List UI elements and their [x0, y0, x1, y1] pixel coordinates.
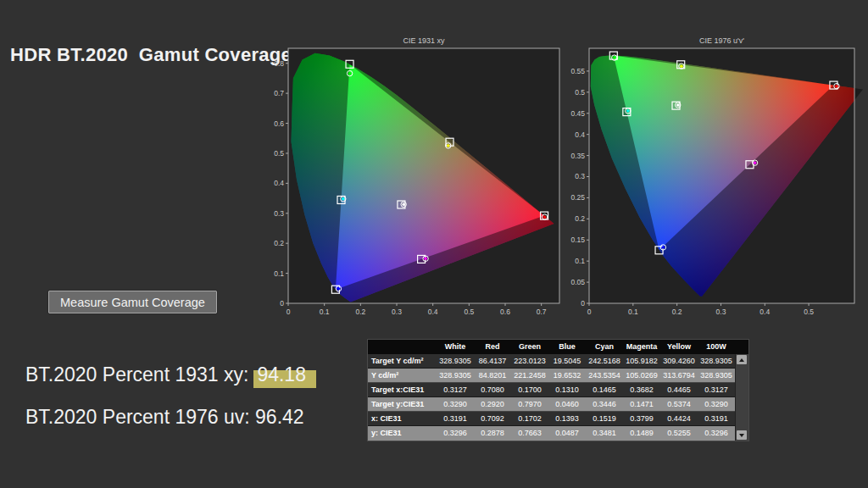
row-label: Target x:CIE31 [368, 383, 437, 397]
table-cell: 0.4465 [660, 383, 698, 397]
table-cell: 328.9305 [437, 354, 474, 369]
svg-text:0.15: 0.15 [570, 236, 585, 244]
table-cell: 0.7092 [474, 412, 511, 426]
column-header-blue: Blue [548, 340, 586, 354]
table-cell: 0.3446 [586, 397, 623, 412]
table-cell: 0.1519 [586, 412, 623, 426]
table-cell: 0.3290 [698, 397, 735, 412]
table-cell: 221.2458 [511, 369, 548, 383]
table-cell: 0.1393 [548, 412, 586, 426]
percent-1976-label: BT.2020 Percent 1976 uv: [25, 406, 250, 428]
table-row: Target y:CIE310.32900.29200.79700.04600.… [368, 397, 735, 412]
table-row: x: CIE310.31910.70920.17020.13930.15190.… [368, 412, 735, 426]
svg-text:0.3: 0.3 [575, 172, 585, 180]
table-cell: 0.5374 [660, 397, 698, 412]
table-cell: 84.8201 [474, 369, 511, 383]
table-row: Target x:CIE310.31270.70800.17000.13100.… [368, 383, 735, 397]
svg-text:0.1: 0.1 [274, 269, 284, 278]
svg-text:0.1: 0.1 [320, 308, 330, 316]
table-cell: 0.3191 [698, 412, 735, 426]
bt2020-percent-1931-line: BT.2020 Percent 1931 xy:94.18 [25, 363, 316, 386]
arrow-down-icon [739, 434, 744, 437]
page-title: HDR BT.2020 Gamut Coverage [10, 44, 292, 66]
svg-text:0: 0 [587, 308, 592, 316]
svg-text:0: 0 [581, 299, 585, 308]
svg-text:0.5: 0.5 [274, 149, 284, 158]
table-cell: 328.9305 [437, 369, 474, 383]
bt2020-percent-1976-line: BT.2020 Percent 1976 uv: 96.42 [25, 406, 304, 429]
table-cell: 313.6794 [660, 369, 698, 383]
table-cell: 19.6532 [548, 369, 586, 383]
table-cell: 0.3296 [698, 426, 735, 441]
column-header-green: Green [511, 340, 548, 354]
svg-text:0.3: 0.3 [716, 308, 726, 316]
percent-1931-value: 94.18 [253, 363, 316, 388]
table-cell: 0.2878 [474, 426, 511, 441]
svg-text:0.5: 0.5 [804, 308, 814, 316]
svg-text:0: 0 [280, 299, 284, 308]
svg-text:0.6: 0.6 [500, 308, 510, 316]
column-header-magenta: Magenta [623, 340, 660, 354]
table-cell: 86.4137 [474, 354, 511, 369]
svg-text:0.6: 0.6 [274, 119, 284, 128]
svg-text:0.2: 0.2 [575, 214, 585, 223]
header-scrollbar-spacer [735, 340, 748, 354]
svg-text:0.4: 0.4 [760, 308, 770, 316]
svg-text:0.5: 0.5 [575, 88, 585, 97]
svg-text:0.7: 0.7 [537, 308, 547, 316]
svg-text:0.4: 0.4 [575, 130, 585, 139]
row-label: Target y:CIE31 [368, 397, 437, 412]
table-cell: 0.3127 [698, 383, 735, 397]
table-row: Y cd/m²328.930584.8201221.245819.6532243… [368, 369, 735, 383]
svg-text:0.1: 0.1 [575, 257, 585, 265]
table-cell: 0.3799 [623, 412, 660, 426]
measure-gamut-coverage-button[interactable]: Measure Gamut Coverage [48, 291, 217, 313]
row-label: Target Y cd/m² [368, 354, 437, 369]
table-cell: 0.3296 [437, 426, 474, 441]
table-cell: 0.1702 [511, 412, 548, 426]
svg-text:0.4: 0.4 [428, 308, 438, 316]
table-cell: 0.1471 [623, 397, 660, 412]
svg-text:0.05: 0.05 [570, 278, 585, 286]
table-cell: 0.0460 [548, 397, 586, 412]
measurement-table: WhiteRedGreenBlueCyanMagentaYellow100W T… [367, 339, 749, 441]
table-cell: 328.9305 [698, 354, 735, 369]
svg-text:0.8: 0.8 [274, 59, 284, 68]
table-row: y: CIE310.32960.28780.76630.04870.34810.… [368, 426, 735, 441]
table-rows: Target Y cd/m²328.930586.4137223.012319.… [368, 354, 735, 441]
cie-1976-uv-chart: 00.10.20.30.40.500.050.10.150.20.250.30.… [566, 38, 868, 318]
svg-text:0.35: 0.35 [570, 152, 585, 160]
scroll-up-button[interactable] [737, 355, 747, 364]
column-header-cyan: Cyan [586, 340, 623, 354]
percent-1976-value: 96.42 [255, 406, 304, 428]
scroll-down-button[interactable] [737, 430, 747, 440]
table-row: Target Y cd/m²328.930586.4137223.012319.… [368, 354, 735, 369]
table-cell: 0.5255 [660, 426, 698, 441]
table-corner-cell [368, 340, 437, 354]
table-cell: 242.5168 [586, 354, 623, 369]
table-cell: 0.3191 [437, 412, 474, 426]
svg-text:0.3: 0.3 [274, 209, 284, 218]
table-cell: 0.1310 [548, 383, 586, 397]
column-header-yellow: Yellow [660, 340, 698, 354]
svg-text:0.25: 0.25 [570, 193, 585, 202]
svg-text:0.55: 0.55 [570, 67, 585, 75]
svg-text:0.2: 0.2 [672, 308, 682, 316]
column-header-red: Red [474, 340, 511, 354]
table-cell: 105.9182 [623, 354, 660, 369]
table-cell: 0.3290 [437, 397, 474, 412]
cie-1931-xy-chart: 00.10.20.30.40.50.60.700.10.20.30.40.50.… [267, 38, 572, 318]
table-cell: 105.0269 [623, 369, 660, 383]
table-scrollbar[interactable] [735, 354, 748, 441]
row-label: x: CIE31 [368, 412, 437, 426]
table-cell: 0.7663 [511, 426, 548, 441]
table-cell: 0.3481 [586, 426, 623, 441]
table-cell: 0.1489 [623, 426, 660, 441]
svg-text:0: 0 [287, 308, 291, 316]
table-cell: 0.4424 [660, 412, 698, 426]
table-cell: 309.4260 [660, 354, 698, 369]
svg-text:0.3: 0.3 [392, 308, 402, 316]
svg-text:0.2: 0.2 [355, 308, 365, 316]
table-cell: 0.1465 [586, 383, 623, 397]
table-cell: 0.7970 [511, 397, 548, 412]
